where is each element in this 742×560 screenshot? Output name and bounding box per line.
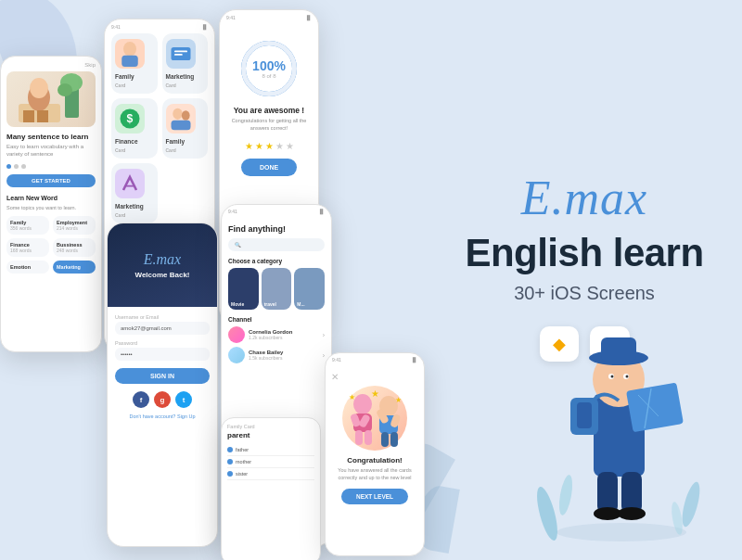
done-button[interactable]: DONE: [241, 159, 297, 176]
facebook-login-button[interactable]: f: [133, 391, 149, 408]
svg-point-16: [618, 507, 646, 520]
brand-logo: E.max: [521, 171, 647, 225]
social-login-buttons: f g t: [115, 391, 210, 408]
password-input[interactable]: ••••••: [115, 348, 210, 361]
quiz-card-marketing[interactable]: Marketing Card: [162, 33, 209, 94]
time-display: 9:41: [332, 357, 341, 363]
svg-rect-26: [37, 110, 48, 122]
channel-subs-1: 1.2k subscribers: [249, 335, 292, 340]
phone5-status-bar: 9:41 ▐▌: [228, 209, 325, 214]
quiz-card-family[interactable]: Family Card: [111, 33, 158, 94]
category-family[interactable]: Family 356 words: [6, 216, 49, 235]
google-login-button[interactable]: g: [154, 391, 171, 408]
svg-point-27: [30, 78, 48, 98]
category-more[interactable]: M...: [294, 268, 325, 310]
word-item-father[interactable]: father: [227, 444, 314, 456]
card-label: Marketing: [115, 203, 154, 210]
category-bussiness[interactable]: Bussiness 248 words: [53, 238, 96, 257]
family-card-label: Family Card: [227, 424, 314, 429]
channel-avatar-2: [228, 347, 245, 363]
category-travel[interactable]: travel: [262, 268, 292, 310]
svg-rect-35: [174, 54, 183, 56]
category-label: travel: [264, 301, 276, 307]
channel-item-2[interactable]: Chase Bailey 1.5k subscribers ›: [228, 347, 325, 363]
dot-2: [14, 164, 19, 169]
signup-link[interactable]: Sign Up: [177, 414, 196, 419]
battery-icon: ▐▌: [411, 357, 417, 363]
quiz-card-family2[interactable]: Family Card: [162, 98, 209, 159]
category-marketing[interactable]: Marketing: [53, 261, 96, 274]
time-display: 9:41: [111, 24, 121, 30]
twitter-login-button[interactable]: t: [175, 391, 192, 408]
svg-rect-32: [122, 56, 138, 67]
signin-button[interactable]: SIGN IN: [115, 368, 210, 384]
svg-point-39: [181, 110, 189, 121]
svg-point-30: [58, 83, 72, 96]
congrats-desc: You have answered all the cards correctl…: [331, 467, 418, 481]
battery-icon: ▐▌: [201, 24, 208, 30]
word-item-mother[interactable]: mother: [227, 456, 314, 468]
category-label: Movie: [231, 301, 244, 307]
branding-section: E.max English learn 30+ iOS Screens ◆ ✦: [427, 0, 742, 560]
next-level-button[interactable]: NEXT LEVEL: [341, 489, 408, 504]
close-button[interactable]: ✕: [331, 372, 339, 382]
svg-point-21: [679, 480, 703, 528]
search-bar[interactable]: 🔍: [228, 238, 325, 251]
word-categories-grid: Family 356 words Employment 214 words Fi…: [6, 216, 96, 274]
star-rating: ★ ★ ★ ★ ★: [245, 141, 294, 151]
illustration-placeholder: [6, 71, 96, 127]
channel-item-1[interactable]: Cornelia Gordon 1.2k subscribers ›: [228, 326, 325, 343]
phone1-subtext: Easy to learn vocabulary with a variety …: [6, 144, 96, 159]
card-sub: Card: [166, 147, 205, 153]
card-sub: Card: [166, 83, 205, 88]
svg-rect-9: [626, 382, 684, 432]
svg-point-8: [626, 375, 629, 378]
progress-of: 8 of 8: [262, 73, 275, 79]
category-movie[interactable]: Movie: [228, 268, 259, 310]
word-label: father: [236, 447, 249, 452]
phone-family-card: Family Card parent father mother sister: [221, 417, 321, 560]
category-finance[interactable]: Finance 168 words: [6, 238, 49, 257]
card-sub: Card: [115, 212, 154, 218]
skip-button[interactable]: Skip: [6, 62, 96, 68]
word-item-sister[interactable]: sister: [227, 468, 314, 480]
phone-vocabulary: Skip Many sentence to learn Easy to lear…: [0, 56, 102, 352]
card-sub: Card: [115, 147, 154, 153]
login-logo: E.max: [144, 251, 181, 268]
svg-point-31: [123, 42, 136, 57]
chevron-right-icon: ›: [323, 332, 325, 338]
star-5: ★: [286, 141, 294, 151]
quiz-card-finance[interactable]: $ Finance Card: [111, 98, 158, 159]
phones-area: Skip Many sentence to learn Easy to lear…: [0, 0, 427, 560]
username-input[interactable]: amok27@gmail.com: [115, 322, 210, 335]
svg-point-38: [173, 108, 183, 120]
category-count: 168 words: [10, 248, 45, 253]
dot-3: [21, 164, 26, 169]
congratulations-illustration: ★ ★ ★: [342, 386, 407, 451]
svg-point-15: [594, 507, 621, 520]
svg-point-7: [611, 375, 614, 378]
list-dot: [227, 459, 233, 465]
category-label: M...: [297, 301, 304, 307]
word-label: sister: [236, 471, 248, 477]
category-employment[interactable]: Employment 214 words: [53, 216, 96, 235]
quiz-card-marketing2[interactable]: Marketing Card: [111, 163, 158, 223]
phone7-status-bar: 9:41 ▐▌: [332, 357, 417, 363]
card-sub: Card: [115, 83, 154, 88]
get-started-button[interactable]: GET STARTED: [6, 174, 96, 187]
channel-subs-2: 1.5k subscribers: [249, 355, 283, 361]
welcome-text: Welcome Back!: [135, 271, 190, 279]
card-label: Finance: [115, 138, 154, 145]
svg-rect-47: [365, 430, 372, 445]
category-emotion[interactable]: Emotion: [6, 261, 49, 274]
progress-title: You are awesome !: [234, 106, 304, 115]
svg-rect-52: [381, 432, 389, 447]
star-3: ★: [265, 141, 274, 151]
channel-label: Channel: [228, 316, 325, 323]
word-label: mother: [236, 459, 251, 465]
phone3-status-bar: 9:41 ▐▌: [226, 15, 312, 20]
phone-congratulations: 9:41 ▐▌ ✕: [325, 352, 425, 556]
learn-section-label: Learn New Word: [6, 195, 96, 201]
page-dots: [6, 164, 96, 169]
svg-rect-41: [125, 185, 135, 187]
